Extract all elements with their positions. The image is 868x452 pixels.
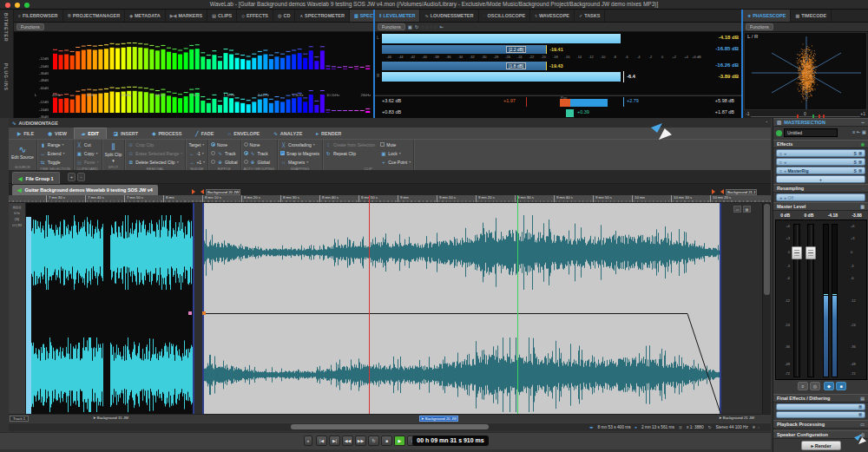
master-section-header[interactable]: ▧ MASTERSECTION ▪▪ (773, 118, 868, 127)
dropdown-arrow-icon[interactable]: ▾ (177, 160, 179, 164)
ribbon-item--1[interactable]: ←-1▾ (188, 149, 205, 157)
ribbon-tab-analyze[interactable]: ∿ANALYZE (266, 128, 309, 139)
tab-file-group[interactable]: ◀) File Group 1 (12, 172, 60, 184)
ribbon-item-paste[interactable]: ▤Paste▾ (76, 158, 99, 166)
ribbon-item-delete-selected-clip[interactable]: ⊠Delete Selected Clip▾ (128, 158, 182, 166)
effects-section-header[interactable]: Effects ◉ (773, 140, 868, 148)
dropdown-arrow-icon[interactable]: ▾ (313, 142, 315, 147)
solo-label[interactable]: S (853, 151, 856, 156)
ribbon-item-toggle[interactable]: ⇆Toggle (40, 158, 65, 166)
meter-mode-icons[interactable]: ○ ○ ○ ○ (422, 24, 437, 29)
dropdown-arrow-icon[interactable]: ▾ (202, 142, 204, 147)
level-options-icon[interactable]: ▩ (860, 204, 865, 209)
levelmeter-tab-loudnessmeter[interactable]: ∿LOUDNESSMETER (420, 10, 478, 22)
marker-label[interactable]: ➤ Background 15 JW (93, 416, 128, 420)
ribbon-item-mute[interactable]: Mute (380, 141, 411, 148)
resampling-section-header[interactable]: Resampling ◌ (773, 184, 868, 193)
preset-tools-icons[interactable]: ≡ ⇤ ▣ (852, 129, 866, 134)
ribbon-tab-process[interactable]: ◆PROCESS (145, 128, 188, 139)
radio-icon[interactable] (211, 160, 215, 164)
checkbox-icon[interactable]: ✓ (280, 151, 285, 155)
dropdown-arrow-icon[interactable]: ▾ (112, 158, 115, 163)
master-level-section-header[interactable]: Master Level ▩ (773, 202, 868, 211)
fader-link-button[interactable]: ≡ (798, 382, 808, 390)
spectro-tab-projectmanager[interactable]: ≣PROJECTMANAGER (63, 10, 126, 22)
preset-name-field[interactable]: Untitled (784, 128, 838, 137)
menu-icon[interactable]: ≡ (779, 160, 782, 165)
ribbon-item-none[interactable]: None (211, 141, 237, 148)
misc-icons[interactable]: ✱ ☼ (753, 425, 760, 429)
ribbon-tab-edit[interactable]: ▰EDIT (74, 128, 107, 139)
stop-button[interactable]: ■ (381, 436, 392, 446)
add-effect-slot[interactable]: + (776, 175, 865, 183)
ribbon-item-erase-selected-range[interactable]: ⊟Erase Selected Range▾ (128, 149, 182, 157)
ribbon-item-target[interactable]: Target▾ (188, 141, 205, 148)
dithering-slot[interactable]: ≣ (776, 411, 865, 418)
waveform-canvas[interactable] (26, 203, 760, 414)
master-fader-handle[interactable] (792, 246, 802, 259)
marker-flag-icon[interactable] (201, 189, 204, 194)
rail-tab-bitmeter[interactable]: BITMETER (3, 13, 9, 43)
ribbon-item-global[interactable]: ⊕Global (211, 158, 237, 166)
rewind-button[interactable]: ◀◀ (342, 436, 353, 446)
track-fx-label[interactable]: 0 fx (14, 211, 19, 215)
solo-label[interactable]: S (853, 168, 856, 174)
ribbon-item-create-from-selection[interactable]: ↥Create from Selection (326, 141, 375, 148)
effect-slot-masterrig[interactable]: ≡◂MasterRigS≣ (776, 167, 865, 174)
ribbon-item-crop-clip[interactable]: ⊞Crop Clip (128, 141, 182, 148)
dropdown-arrow-icon[interactable]: ▾ (203, 160, 205, 164)
ribbon-item-edit-source[interactable]: ∿Edit Source (11, 141, 34, 164)
effect-slot[interactable]: ≡◂S≣ (776, 158, 865, 166)
radio-icon[interactable] (244, 151, 248, 155)
ribbon-item-track[interactable]: ∿Track (244, 149, 270, 157)
power-icon[interactable]: ● (779, 195, 782, 200)
scrollbar-thumb[interactable] (291, 424, 489, 429)
horizontal-scrollbar[interactable]: ◂▸ 8 mn 53 s 400 ms ▸ 2 mn 13 s 561 ms ◎… (9, 423, 771, 431)
jump-back-button[interactable]: « (304, 436, 312, 446)
radio-icon[interactable] (211, 151, 215, 155)
trash-icon[interactable]: ≣ (858, 151, 862, 156)
spectro-tab-spectrometer[interactable]: ∧SPECTROMETER (295, 10, 350, 22)
ribbon-item-repeat-clip[interactable]: ↻Repeat Clip (326, 149, 375, 157)
spectro-tab-spectroscope[interactable]: ▥SPECTROSCOPE (350, 10, 373, 22)
tab-document[interactable]: ◀) Guitar Background demos Wavelab 9 tes… (12, 185, 158, 195)
phasescope-tab-phasescope[interactable]: ∗PHASESCOPE (743, 10, 791, 22)
resampling-slot[interactable]: ● ◂ Off (776, 193, 865, 201)
ribbon-item-none[interactable]: None (244, 141, 270, 148)
ribbon-item-split-clip[interactable]: ‖Split Clip▾ (105, 141, 122, 164)
effect-slot[interactable]: ≡◂S≣ (776, 149, 865, 157)
remove-group-tab-button[interactable]: - (77, 173, 85, 181)
ribbon-tab-view[interactable]: ◉VIEW (41, 128, 74, 139)
dropdown-arrow-icon[interactable]: ▾ (399, 151, 401, 155)
functions-button[interactable]: Functions (746, 23, 773, 30)
dropdown-arrow-icon[interactable]: ▾ (95, 151, 97, 155)
marker-flag-icon[interactable] (720, 189, 724, 194)
meter-settings-button[interactable]: ◎ (810, 382, 820, 390)
radio-icon[interactable] (211, 142, 215, 147)
dropdown-arrow-icon[interactable]: ▾ (306, 160, 308, 164)
track-solo-label[interactable]: (S) (15, 217, 19, 221)
levelmeter-tab-tasks[interactable]: ✓TASKS (575, 10, 605, 22)
ribbon-tab-file[interactable]: ▶FILE (10, 128, 41, 139)
dropdown-arrow-icon[interactable]: ▾ (202, 151, 204, 155)
radio-icon[interactable] (244, 142, 248, 147)
spectro-tab-filebrowser[interactable]: ≡FILEBROWSER (14, 10, 63, 22)
phasescope-tab-timecode[interactable]: ▦TIMECODE (791, 10, 832, 22)
dithering-icon[interactable]: ▤ (860, 396, 865, 401)
ribbon-item-track[interactable]: ∿Track (211, 149, 237, 157)
radio-icon[interactable] (244, 160, 248, 164)
power-icon[interactable] (776, 130, 782, 136)
loop-button[interactable]: ↻ (368, 436, 379, 446)
functions-button[interactable]: Functions (378, 23, 405, 30)
ribbon-item-lock[interactable]: ▣Lock▾ (380, 149, 411, 157)
spectro-tab-metadata[interactable]: ◆METADATA (125, 10, 166, 22)
render-button[interactable]: ▸ Render (801, 441, 841, 450)
trash-icon[interactable]: ≣ (858, 160, 862, 165)
ribbon-item-extend[interactable]: ↔Extend▾ (40, 149, 65, 157)
marker-label[interactable]: ➤ Background 21 JW (719, 416, 754, 420)
dropdown-arrow-icon[interactable]: ▾ (97, 160, 99, 164)
ribbon-tab-envelope[interactable]: ∩ENVELOPE (220, 128, 266, 139)
menu-icon[interactable]: ≡ (779, 151, 782, 156)
marker-label[interactable]: Background 21 J (726, 189, 757, 195)
ribbon-item--1[interactable]: →+1▾ (188, 158, 205, 166)
